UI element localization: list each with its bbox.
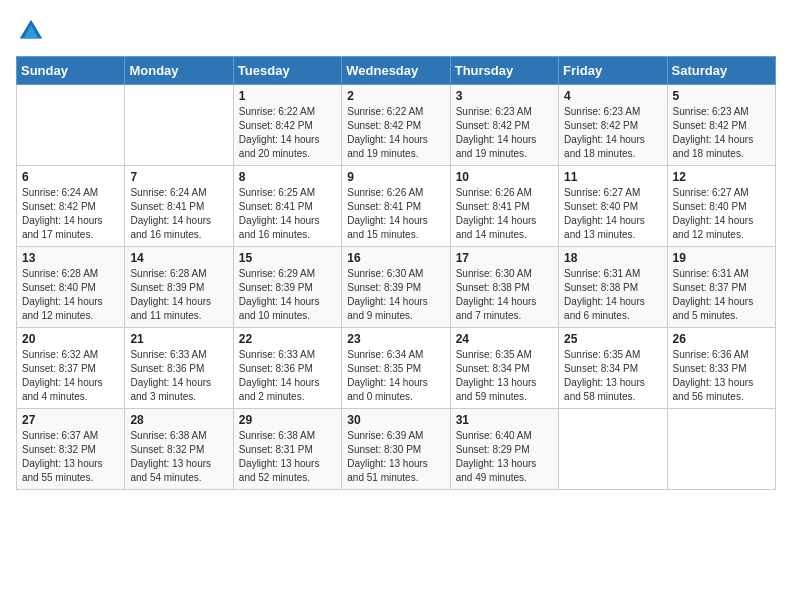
day-info: Sunrise: 6:25 AM Sunset: 8:41 PM Dayligh… bbox=[239, 186, 336, 242]
day-number: 12 bbox=[673, 170, 770, 184]
day-number: 8 bbox=[239, 170, 336, 184]
daylight: Daylight: 14 hours and 4 minutes. bbox=[22, 377, 103, 402]
sunrise: Sunrise: 6:25 AM bbox=[239, 187, 315, 198]
calendar-cell: 19 Sunrise: 6:31 AM Sunset: 8:37 PM Dayl… bbox=[667, 247, 775, 328]
day-info: Sunrise: 6:29 AM Sunset: 8:39 PM Dayligh… bbox=[239, 267, 336, 323]
sunrise: Sunrise: 6:24 AM bbox=[22, 187, 98, 198]
sunset: Sunset: 8:41 PM bbox=[130, 201, 204, 212]
day-info: Sunrise: 6:37 AM Sunset: 8:32 PM Dayligh… bbox=[22, 429, 119, 485]
day-info: Sunrise: 6:35 AM Sunset: 8:34 PM Dayligh… bbox=[456, 348, 553, 404]
sunrise: Sunrise: 6:40 AM bbox=[456, 430, 532, 441]
sunset: Sunset: 8:39 PM bbox=[130, 282, 204, 293]
sunrise: Sunrise: 6:36 AM bbox=[673, 349, 749, 360]
calendar-cell: 25 Sunrise: 6:35 AM Sunset: 8:34 PM Dayl… bbox=[559, 328, 667, 409]
day-number: 7 bbox=[130, 170, 227, 184]
daylight: Daylight: 14 hours and 16 minutes. bbox=[239, 215, 320, 240]
sunrise: Sunrise: 6:28 AM bbox=[130, 268, 206, 279]
daylight: Daylight: 13 hours and 59 minutes. bbox=[456, 377, 537, 402]
day-number: 3 bbox=[456, 89, 553, 103]
calendar-cell: 16 Sunrise: 6:30 AM Sunset: 8:39 PM Dayl… bbox=[342, 247, 450, 328]
sunset: Sunset: 8:32 PM bbox=[130, 444, 204, 455]
calendar-week-2: 6 Sunrise: 6:24 AM Sunset: 8:42 PM Dayli… bbox=[17, 166, 776, 247]
weekday-header-monday: Monday bbox=[125, 57, 233, 85]
day-number: 5 bbox=[673, 89, 770, 103]
daylight: Daylight: 14 hours and 17 minutes. bbox=[22, 215, 103, 240]
day-info: Sunrise: 6:38 AM Sunset: 8:31 PM Dayligh… bbox=[239, 429, 336, 485]
daylight: Daylight: 14 hours and 5 minutes. bbox=[673, 296, 754, 321]
sunset: Sunset: 8:37 PM bbox=[22, 363, 96, 374]
sunrise: Sunrise: 6:29 AM bbox=[239, 268, 315, 279]
sunset: Sunset: 8:34 PM bbox=[564, 363, 638, 374]
calendar-cell: 10 Sunrise: 6:26 AM Sunset: 8:41 PM Dayl… bbox=[450, 166, 558, 247]
sunset: Sunset: 8:42 PM bbox=[564, 120, 638, 131]
sunrise: Sunrise: 6:35 AM bbox=[564, 349, 640, 360]
day-info: Sunrise: 6:27 AM Sunset: 8:40 PM Dayligh… bbox=[564, 186, 661, 242]
sunset: Sunset: 8:37 PM bbox=[673, 282, 747, 293]
day-number: 27 bbox=[22, 413, 119, 427]
sunrise: Sunrise: 6:38 AM bbox=[239, 430, 315, 441]
calendar-cell bbox=[125, 85, 233, 166]
sunrise: Sunrise: 6:23 AM bbox=[564, 106, 640, 117]
weekday-header-saturday: Saturday bbox=[667, 57, 775, 85]
daylight: Daylight: 14 hours and 2 minutes. bbox=[239, 377, 320, 402]
sunset: Sunset: 8:40 PM bbox=[564, 201, 638, 212]
sunrise: Sunrise: 6:38 AM bbox=[130, 430, 206, 441]
day-number: 9 bbox=[347, 170, 444, 184]
sunrise: Sunrise: 6:26 AM bbox=[456, 187, 532, 198]
day-info: Sunrise: 6:36 AM Sunset: 8:33 PM Dayligh… bbox=[673, 348, 770, 404]
day-info: Sunrise: 6:28 AM Sunset: 8:40 PM Dayligh… bbox=[22, 267, 119, 323]
daylight: Daylight: 13 hours and 49 minutes. bbox=[456, 458, 537, 483]
daylight: Daylight: 14 hours and 10 minutes. bbox=[239, 296, 320, 321]
logo-icon bbox=[16, 16, 46, 46]
daylight: Daylight: 13 hours and 55 minutes. bbox=[22, 458, 103, 483]
daylight: Daylight: 13 hours and 51 minutes. bbox=[347, 458, 428, 483]
day-info: Sunrise: 6:31 AM Sunset: 8:38 PM Dayligh… bbox=[564, 267, 661, 323]
day-number: 18 bbox=[564, 251, 661, 265]
sunrise: Sunrise: 6:23 AM bbox=[673, 106, 749, 117]
day-info: Sunrise: 6:38 AM Sunset: 8:32 PM Dayligh… bbox=[130, 429, 227, 485]
sunset: Sunset: 8:30 PM bbox=[347, 444, 421, 455]
calendar-table: SundayMondayTuesdayWednesdayThursdayFrid… bbox=[16, 56, 776, 490]
day-info: Sunrise: 6:26 AM Sunset: 8:41 PM Dayligh… bbox=[347, 186, 444, 242]
day-info: Sunrise: 6:23 AM Sunset: 8:42 PM Dayligh… bbox=[456, 105, 553, 161]
calendar-cell bbox=[667, 409, 775, 490]
calendar-cell: 7 Sunrise: 6:24 AM Sunset: 8:41 PM Dayli… bbox=[125, 166, 233, 247]
calendar-week-4: 20 Sunrise: 6:32 AM Sunset: 8:37 PM Dayl… bbox=[17, 328, 776, 409]
day-info: Sunrise: 6:30 AM Sunset: 8:38 PM Dayligh… bbox=[456, 267, 553, 323]
sunset: Sunset: 8:40 PM bbox=[22, 282, 96, 293]
sunset: Sunset: 8:41 PM bbox=[456, 201, 530, 212]
daylight: Daylight: 14 hours and 3 minutes. bbox=[130, 377, 211, 402]
day-number: 1 bbox=[239, 89, 336, 103]
weekday-header-friday: Friday bbox=[559, 57, 667, 85]
day-number: 22 bbox=[239, 332, 336, 346]
day-info: Sunrise: 6:22 AM Sunset: 8:42 PM Dayligh… bbox=[347, 105, 444, 161]
day-number: 19 bbox=[673, 251, 770, 265]
calendar-week-3: 13 Sunrise: 6:28 AM Sunset: 8:40 PM Dayl… bbox=[17, 247, 776, 328]
day-info: Sunrise: 6:24 AM Sunset: 8:41 PM Dayligh… bbox=[130, 186, 227, 242]
day-number: 15 bbox=[239, 251, 336, 265]
day-number: 11 bbox=[564, 170, 661, 184]
sunset: Sunset: 8:33 PM bbox=[673, 363, 747, 374]
daylight: Daylight: 14 hours and 12 minutes. bbox=[22, 296, 103, 321]
daylight: Daylight: 14 hours and 14 minutes. bbox=[456, 215, 537, 240]
sunset: Sunset: 8:32 PM bbox=[22, 444, 96, 455]
calendar-cell: 30 Sunrise: 6:39 AM Sunset: 8:30 PM Dayl… bbox=[342, 409, 450, 490]
sunrise: Sunrise: 6:22 AM bbox=[347, 106, 423, 117]
sunrise: Sunrise: 6:23 AM bbox=[456, 106, 532, 117]
day-info: Sunrise: 6:31 AM Sunset: 8:37 PM Dayligh… bbox=[673, 267, 770, 323]
calendar-cell: 29 Sunrise: 6:38 AM Sunset: 8:31 PM Dayl… bbox=[233, 409, 341, 490]
sunset: Sunset: 8:31 PM bbox=[239, 444, 313, 455]
day-number: 23 bbox=[347, 332, 444, 346]
calendar-cell: 26 Sunrise: 6:36 AM Sunset: 8:33 PM Dayl… bbox=[667, 328, 775, 409]
weekday-row: SundayMondayTuesdayWednesdayThursdayFrid… bbox=[17, 57, 776, 85]
sunrise: Sunrise: 6:32 AM bbox=[22, 349, 98, 360]
calendar-cell: 3 Sunrise: 6:23 AM Sunset: 8:42 PM Dayli… bbox=[450, 85, 558, 166]
day-info: Sunrise: 6:26 AM Sunset: 8:41 PM Dayligh… bbox=[456, 186, 553, 242]
sunset: Sunset: 8:36 PM bbox=[239, 363, 313, 374]
sunset: Sunset: 8:42 PM bbox=[239, 120, 313, 131]
day-number: 30 bbox=[347, 413, 444, 427]
daylight: Daylight: 14 hours and 18 minutes. bbox=[564, 134, 645, 159]
calendar-cell: 5 Sunrise: 6:23 AM Sunset: 8:42 PM Dayli… bbox=[667, 85, 775, 166]
day-info: Sunrise: 6:28 AM Sunset: 8:39 PM Dayligh… bbox=[130, 267, 227, 323]
calendar-cell: 12 Sunrise: 6:27 AM Sunset: 8:40 PM Dayl… bbox=[667, 166, 775, 247]
